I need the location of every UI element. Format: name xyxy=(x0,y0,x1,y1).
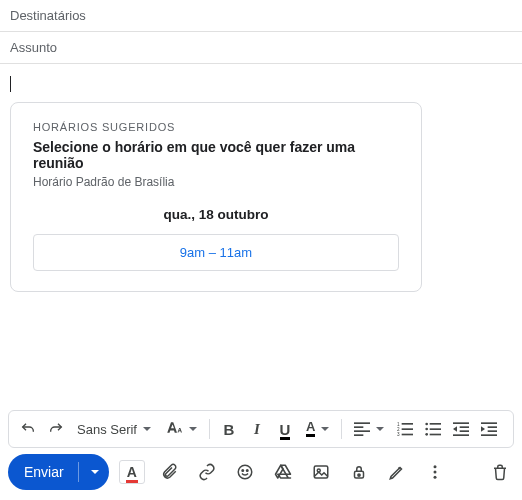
text-format-button[interactable]: A xyxy=(119,460,145,484)
svg-rect-16 xyxy=(453,422,469,424)
chevron-down-icon xyxy=(143,427,151,431)
font-family-label: Sans Serif xyxy=(77,422,137,437)
insert-link-button[interactable] xyxy=(193,458,221,486)
redo-button[interactable] xyxy=(43,415,69,443)
indent-less-button[interactable] xyxy=(448,415,474,443)
align-dropdown[interactable] xyxy=(348,415,390,443)
insert-image-button[interactable] xyxy=(307,458,335,486)
indent-more-button[interactable] xyxy=(476,415,502,443)
text-color-icon: A xyxy=(127,464,137,480)
svg-rect-11 xyxy=(430,423,441,425)
insert-emoji-button[interactable] xyxy=(231,458,259,486)
attach-file-button[interactable] xyxy=(155,458,183,486)
svg-rect-21 xyxy=(488,426,497,428)
svg-rect-13 xyxy=(430,428,441,430)
chevron-down-icon xyxy=(91,470,99,474)
svg-rect-20 xyxy=(481,422,497,424)
svg-rect-3 xyxy=(354,434,363,436)
svg-point-24 xyxy=(238,465,252,479)
svg-rect-22 xyxy=(488,430,497,432)
send-label: Enviar xyxy=(8,464,78,480)
subject-input[interactable] xyxy=(10,40,512,55)
more-options-button[interactable] xyxy=(421,458,449,486)
separator xyxy=(341,419,342,439)
suggested-times-card: HORÁRIOS SUGERIDOS Selecione o horário e… xyxy=(10,102,422,292)
svg-point-25 xyxy=(242,470,244,472)
chevron-down-icon xyxy=(376,427,384,431)
font-family-dropdown[interactable]: Sans Serif xyxy=(71,415,157,443)
subject-field-row[interactable] xyxy=(0,32,522,64)
svg-point-12 xyxy=(426,428,429,431)
confidential-mode-button[interactable] xyxy=(345,458,373,486)
svg-point-26 xyxy=(246,470,248,472)
insert-drive-button[interactable] xyxy=(269,458,297,486)
svg-rect-15 xyxy=(430,434,441,436)
recipients-input[interactable] xyxy=(10,8,512,23)
text-cursor xyxy=(10,74,512,92)
bulleted-list-button[interactable] xyxy=(420,415,446,443)
svg-rect-23 xyxy=(481,434,497,436)
bold-button[interactable]: B xyxy=(216,415,242,443)
discard-draft-button[interactable] xyxy=(486,458,514,486)
svg-rect-2 xyxy=(354,430,370,432)
numbered-list-button[interactable]: 123 xyxy=(392,415,418,443)
svg-point-32 xyxy=(433,471,436,474)
send-button[interactable]: Enviar xyxy=(8,454,109,490)
svg-rect-27 xyxy=(314,466,328,478)
svg-rect-5 xyxy=(402,428,413,430)
undo-button[interactable] xyxy=(15,415,41,443)
svg-text:3: 3 xyxy=(397,432,400,436)
card-title: Selecione o horário em que você quer faz… xyxy=(33,139,399,171)
underline-glyph: U xyxy=(280,421,291,438)
chevron-down-icon xyxy=(189,427,197,431)
svg-text:1: 1 xyxy=(397,422,400,427)
insert-signature-button[interactable] xyxy=(383,458,411,486)
separator xyxy=(209,419,210,439)
underline-button[interactable]: U xyxy=(272,415,298,443)
svg-point-30 xyxy=(358,474,360,476)
svg-rect-18 xyxy=(460,430,469,432)
svg-point-10 xyxy=(426,423,429,426)
svg-text:2: 2 xyxy=(397,427,400,432)
svg-rect-19 xyxy=(453,434,469,436)
recipients-field-row[interactable] xyxy=(0,0,522,32)
svg-point-33 xyxy=(433,476,436,479)
time-slot-button[interactable]: 9am – 11am xyxy=(33,234,399,271)
card-subtitle: Horário Padrão de Brasília xyxy=(33,175,399,189)
card-date: qua., 18 outubro xyxy=(33,207,399,222)
svg-point-14 xyxy=(426,433,429,436)
svg-rect-4 xyxy=(402,423,413,425)
svg-point-31 xyxy=(433,465,436,468)
compose-body[interactable]: HORÁRIOS SUGERIDOS Selecione o horário e… xyxy=(0,64,522,292)
svg-rect-6 xyxy=(402,434,413,436)
svg-rect-17 xyxy=(460,426,469,428)
text-color-dropdown[interactable]: A xyxy=(300,415,335,443)
italic-button[interactable]: I xyxy=(244,415,270,443)
svg-rect-1 xyxy=(354,426,363,428)
svg-rect-0 xyxy=(354,422,370,424)
text-color-glyph: A xyxy=(306,421,315,437)
card-eyebrow: HORÁRIOS SUGERIDOS xyxy=(33,121,399,133)
formatting-toolbar: Sans Serif B I U A 123 xyxy=(8,410,514,448)
send-options-dropdown[interactable] xyxy=(79,470,109,474)
chevron-down-icon xyxy=(321,427,329,431)
font-size-dropdown[interactable] xyxy=(159,415,203,443)
send-toolbar: Enviar A xyxy=(8,452,514,492)
